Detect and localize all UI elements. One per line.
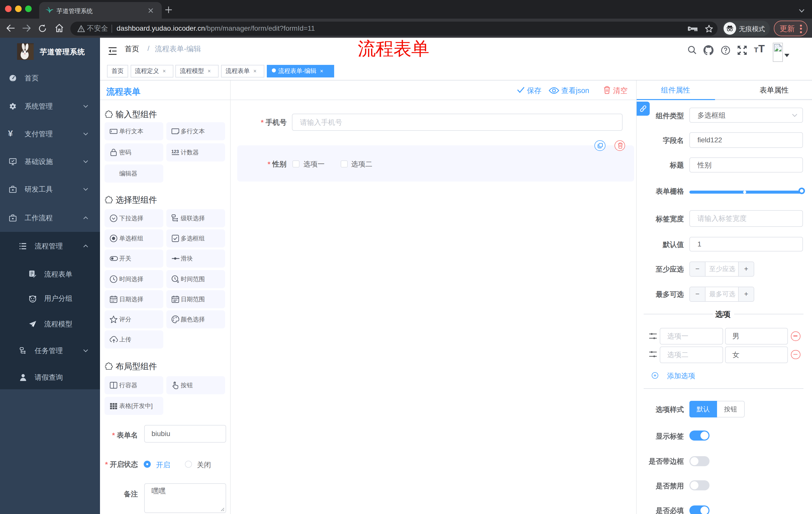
svg-text:123: 123 <box>171 149 179 154</box>
